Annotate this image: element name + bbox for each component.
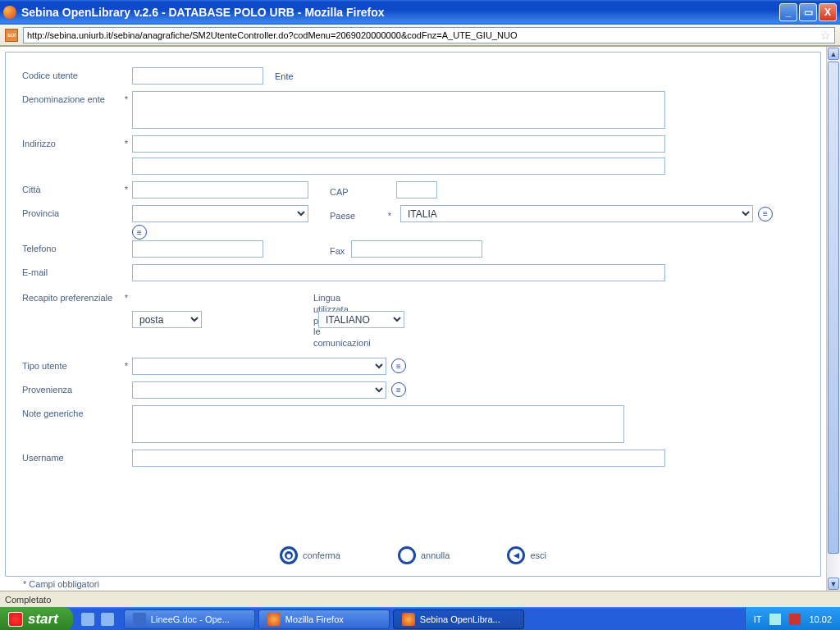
language-indicator[interactable]: IT [754, 614, 762, 624]
tray-icon[interactable] [769, 614, 781, 625]
label-provenienza: Provenienza [22, 381, 121, 395]
window-title: Sebina OpenLibrary v.2.6 - DATABASE POLO… [21, 6, 385, 19]
action-bar: ● conferma annulla ◄ esci [6, 546, 820, 564]
system-tray: IT 10.02 [745, 607, 840, 630]
label-denominazione: Denominazione ente [22, 91, 121, 104]
minimize-button[interactable]: _ [779, 3, 797, 21]
label-recapito: Recapito preferenziale [22, 290, 121, 303]
firefox-icon [3, 6, 16, 19]
bookmark-star-icon[interactable]: ☆ [820, 29, 831, 42]
window-titlebar: Sebina OpenLibrary v.2.6 - DATABASE POLO… [0, 0, 840, 25]
email-field[interactable] [132, 264, 665, 281]
cap-field[interactable] [396, 181, 437, 199]
taskbar-item-sebina[interactable]: Sebina OpenLibra... [393, 609, 524, 629]
clock[interactable]: 10.02 [809, 614, 832, 624]
firefox-icon [402, 613, 415, 626]
quicklaunch-icon[interactable] [101, 613, 114, 626]
quick-launch [73, 607, 122, 630]
scroll-thumb[interactable] [828, 62, 839, 554]
start-button[interactable]: start [0, 607, 73, 630]
firefox-icon [267, 613, 281, 626]
label-indirizzo: Indirizzo [22, 135, 121, 148]
scroll-down-icon[interactable]: ▼ [828, 578, 839, 590]
taskbar-item-word[interactable]: LineeG.doc - Ope... [124, 609, 255, 629]
indirizzo1-field[interactable] [132, 135, 665, 153]
maximize-button[interactable]: ▭ [799, 3, 817, 21]
word-icon [133, 613, 146, 626]
url-text: http://sebina.uniurb.it/sebina/anagrafic… [27, 30, 517, 40]
exit-icon: ◄ [507, 546, 525, 564]
vertical-scrollbar[interactable]: ▲ ▼ [826, 47, 840, 591]
label-tipo-utente: Tipo utente [22, 358, 121, 371]
label-cap: CAP [313, 184, 391, 197]
taskbar-item-firefox[interactable]: Mozilla Firefox [258, 609, 390, 629]
label-codice-utente: Codice utente [22, 67, 121, 80]
label-provincia: Provincia [22, 205, 121, 218]
paese-select[interactable]: ITALIA [400, 205, 753, 222]
label-fax: Fax [268, 243, 346, 256]
info-icon[interactable]: ≡ [391, 382, 406, 397]
quicklaunch-icon[interactable] [81, 613, 94, 626]
indirizzo2-field[interactable] [132, 158, 665, 175]
tipo-utente-select[interactable] [132, 358, 386, 375]
label-username: Username [22, 450, 121, 463]
label-lingua: Lingua utilizzata per le comunicazioni [207, 290, 313, 349]
ente-link[interactable]: Ente [275, 71, 294, 81]
windows-logo-icon [8, 612, 23, 627]
denominazione-field[interactable] [132, 91, 665, 129]
provenienza-select[interactable] [132, 381, 386, 399]
esci-button[interactable]: ◄ esci [507, 546, 546, 564]
close-button[interactable]: X [819, 3, 837, 21]
label-telefono: Telefono [22, 240, 121, 253]
fax-field[interactable] [351, 240, 482, 258]
scroll-up-icon[interactable]: ▲ [828, 48, 839, 60]
label-note: Note generiche [22, 405, 121, 418]
required-fields-note: * Campi obbligatori [23, 579, 99, 589]
info-icon[interactable]: ≡ [132, 225, 147, 240]
status-bar: Completato [0, 591, 840, 607]
info-icon[interactable]: ≡ [758, 207, 773, 221]
conferma-button[interactable]: ● conferma [280, 546, 340, 564]
taskbar: start LineeG.doc - Ope... Mozilla Firefo… [0, 607, 840, 630]
address-bar: sol http://sebina.uniurb.it/sebina/anagr… [0, 25, 840, 46]
annulla-button[interactable]: annulla [398, 546, 450, 564]
url-input[interactable]: http://sebina.uniurb.it/sebina/anagrafic… [23, 27, 835, 43]
page-content: Codice utente Ente Denominazione ente * … [0, 46, 840, 591]
recapito-select[interactable]: posta [132, 311, 202, 328]
form-panel: Codice utente Ente Denominazione ente * … [5, 52, 821, 577]
site-icon: sol [5, 29, 18, 42]
citta-field[interactable] [132, 181, 308, 199]
label-paese: Paese [313, 208, 379, 221]
label-citta: Città [22, 181, 121, 194]
label-email: E-mail [22, 264, 121, 277]
note-field[interactable] [132, 405, 624, 443]
status-text: Completato [5, 595, 51, 605]
confirm-icon: ● [280, 546, 298, 564]
telefono-field[interactable] [132, 240, 263, 258]
info-icon[interactable]: ≡ [391, 358, 406, 373]
codice-utente-field [132, 67, 263, 84]
tray-icon[interactable] [789, 614, 801, 625]
cancel-icon [398, 546, 416, 564]
lingua-select[interactable]: ITALIANO [318, 311, 404, 328]
username-field[interactable] [132, 450, 665, 467]
provincia-select[interactable] [132, 205, 308, 222]
